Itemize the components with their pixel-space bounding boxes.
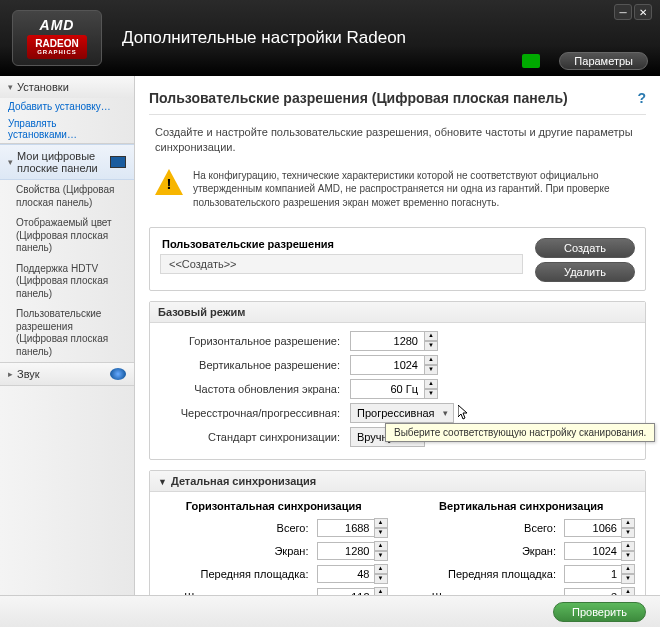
warning-text: На конфигурацию, технические характерист… — [193, 169, 640, 210]
page-title: Пользовательские разрешения (Цифровая пл… — [149, 86, 646, 115]
sidebar-item-custom-res[interactable]: Пользовательские разрешения (Цифровая пл… — [0, 304, 134, 362]
verify-button[interactable]: Проверить — [553, 602, 646, 622]
gear-icon — [110, 81, 126, 93]
collapse-icon: ▼ — [158, 477, 167, 487]
detail-sync-header[interactable]: ▼Детальная синхронизация — [150, 471, 645, 492]
std-label: Стандарт синхронизации: — [160, 431, 350, 443]
sidebar-link-add-install[interactable]: Добавить установку… — [0, 98, 134, 115]
parameters-button[interactable]: Параметры — [559, 52, 648, 70]
vres-input[interactable] — [350, 355, 425, 375]
custom-res-list[interactable]: <<Создать>> — [160, 254, 523, 274]
close-button[interactable]: ✕ — [634, 4, 652, 20]
spinner-up[interactable]: ▲ — [424, 331, 438, 341]
warning-icon: ! — [155, 169, 183, 195]
content-area: Пользовательские разрешения (Цифровая пл… — [135, 76, 660, 595]
sidebar-item-color[interactable]: Отображаемый цвет (Цифровая плоская пане… — [0, 213, 134, 259]
sidebar-item-hdtv[interactable]: Поддержка HDTV (Цифровая плоская панель) — [0, 259, 134, 305]
chevron-down-icon: ▾ — [8, 82, 13, 92]
spinner-up[interactable]: ▲ — [424, 379, 438, 389]
hsync-column: Горизонтальная синхронизация Всего:▲▼ Эк… — [160, 500, 388, 595]
sidebar: ▾ Установки Добавить установку… Управлят… — [0, 76, 135, 595]
h-total-input[interactable] — [317, 519, 375, 537]
radeon-badge: RADEON GRAPHICS — [27, 35, 86, 59]
spinner-up[interactable]: ▲ — [424, 355, 438, 365]
delete-button[interactable]: Удалить — [535, 262, 635, 282]
hres-label: Горизонтальное разрешение: — [160, 335, 350, 347]
spinner-down[interactable]: ▼ — [424, 365, 438, 375]
vsync-column: Вертикальная синхронизация Всего:▲▼ Экра… — [408, 500, 636, 595]
group-basic-mode: Базовый режим Горизонтальное разрешение:… — [149, 301, 646, 460]
v-screen-input[interactable] — [564, 542, 622, 560]
scan-tooltip: Выберите соответствующую настройку скани… — [385, 423, 655, 442]
monitor-icon — [110, 156, 126, 168]
v-total-input[interactable] — [564, 519, 622, 537]
h-screen-input[interactable] — [317, 542, 375, 560]
sidebar-link-manage-installs[interactable]: Управлять установками… — [0, 115, 134, 143]
scan-select[interactable]: Прогрессивная — [350, 403, 454, 423]
hsync-title: Горизонтальная синхронизация — [160, 500, 388, 512]
speaker-icon — [110, 368, 126, 380]
create-button[interactable]: Создать — [535, 238, 635, 258]
sidebar-section-sound[interactable]: ▸ Звук — [0, 363, 134, 385]
sidebar-item-properties[interactable]: Свойства (Цифровая плоская панель) — [0, 180, 134, 213]
h-width-input[interactable] — [317, 588, 375, 595]
spinner-down[interactable]: ▼ — [424, 341, 438, 351]
v-front-input[interactable] — [564, 565, 622, 583]
sidebar-section-panels[interactable]: ▾ Мои цифровые плоские панели — [0, 144, 134, 180]
window-title: Дополнительные настройки Radeon — [122, 28, 406, 48]
custom-res-label: Пользовательские разрешения — [160, 236, 523, 254]
chevron-down-icon: ▾ — [8, 157, 13, 167]
group-custom-resolutions: Пользовательские разрешения <<Создать>> … — [149, 227, 646, 291]
amd-logo: AMD RADEON GRAPHICS — [12, 10, 102, 66]
chevron-right-icon: ▸ — [8, 369, 13, 379]
warning-box: ! На конфигурацию, технические характери… — [149, 165, 646, 220]
amd-text: AMD — [40, 17, 75, 33]
basic-mode-header: Базовый режим — [150, 302, 645, 323]
vsync-title: Вертикальная синхронизация — [408, 500, 636, 512]
sidebar-section-installs[interactable]: ▾ Установки — [0, 76, 134, 98]
vres-label: Вертикальное разрешение: — [160, 359, 350, 371]
footer: Проверить — [0, 595, 660, 627]
page-description: Создайте и настройте пользовательские ра… — [149, 125, 646, 155]
help-icon[interactable]: ? — [637, 90, 646, 106]
status-icon — [522, 54, 540, 68]
minimize-button[interactable]: ─ — [614, 4, 632, 20]
v-width-input[interactable] — [564, 588, 622, 595]
refresh-input[interactable] — [350, 379, 425, 399]
group-detail-sync: ▼Детальная синхронизация Горизонтальная … — [149, 470, 646, 595]
scan-label: Чересстрочная/прогрессивная: — [160, 407, 350, 419]
hres-input[interactable] — [350, 331, 425, 351]
refresh-label: Частота обновления экрана: — [160, 383, 350, 395]
cursor-icon — [458, 405, 470, 421]
spinner-down[interactable]: ▼ — [424, 389, 438, 399]
h-front-input[interactable] — [317, 565, 375, 583]
